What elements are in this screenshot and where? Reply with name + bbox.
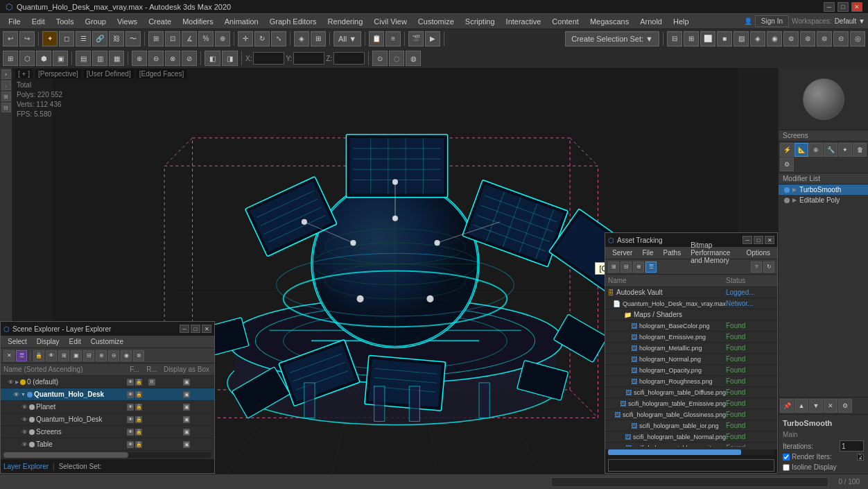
isoline-display-checkbox[interactable] [783, 464, 790, 471]
menu-tools[interactable]: Tools [51, 16, 80, 27]
at-tb-btn2[interactable]: ⊟ [620, 261, 632, 273]
right-tb-btn7[interactable]: ⚙ [780, 157, 794, 171]
unlink-button[interactable]: ⛓ [109, 31, 124, 46]
right-tb-btn1[interactable]: ⚡ [780, 143, 794, 157]
toolbar2-wide2[interactable]: ◨ [222, 51, 238, 66]
toolbar2-btn9[interactable]: ⊖ [148, 51, 164, 66]
mod-tool-delete[interactable]: ✕ [824, 399, 837, 413]
toolbar2-wide1[interactable]: ◧ [205, 51, 220, 66]
se-disp-planet[interactable]: ▣ [183, 404, 190, 411]
select-object-button[interactable]: ✦ [42, 31, 58, 46]
se-vis-table[interactable]: 👁 [127, 441, 134, 448]
minimize-button[interactable]: ─ [824, 2, 835, 12]
at-maximize-button[interactable]: □ [754, 236, 763, 244]
left-sb-btn2[interactable]: - [1, 80, 11, 90]
se-lock-icon[interactable]: 🔒 [135, 379, 142, 386]
se-tb-btn7[interactable]: ⊟ [83, 350, 94, 361]
spinner-snap-button[interactable]: ⊕ [215, 31, 230, 46]
at-menu-paths[interactable]: Paths [659, 248, 686, 257]
percent-snap-button[interactable]: % [198, 31, 214, 46]
se-lock-screens[interactable]: 🔒 [135, 429, 142, 436]
menu-megascans[interactable]: Megascans [584, 16, 634, 27]
menu-graph-editors[interactable]: Graph Editors [264, 16, 322, 27]
menu-views[interactable]: Views [112, 16, 143, 27]
se-menu-customize[interactable]: Customize [87, 337, 128, 346]
toolbar2-btn11[interactable]: ⊘ [182, 51, 197, 66]
mod-tool-pin[interactable]: 📌 [780, 399, 794, 413]
se-r-icon[interactable]: R [148, 379, 155, 386]
at-row-maxfile[interactable]: 📄 Quantum_Holo_Desk_max_vray.max Networ.… [605, 298, 777, 309]
se-lock-planet[interactable]: 🔒 [135, 404, 142, 411]
viewport-label-plus[interactable]: [ + ] [15, 69, 33, 78]
screens-section-title[interactable]: Screens [779, 130, 868, 141]
select-scale-button[interactable]: ⤡ [271, 31, 286, 46]
menu-create[interactable]: Create [143, 16, 177, 27]
consistent-colors-button[interactable]: ▨ [734, 31, 749, 46]
toolbar2-btn13[interactable]: ◌ [389, 51, 404, 66]
right-tb-btn6[interactable]: 🗑 [853, 143, 867, 157]
se-menu-select[interactable]: Select [3, 337, 31, 346]
right-tb-btn2[interactable]: 📐 [795, 143, 808, 157]
left-sb-btn4[interactable]: ⊟ [1, 103, 11, 112]
layer-manager-button[interactable]: 📋 [369, 31, 384, 46]
mod-tool-up[interactable]: ▲ [795, 399, 808, 413]
at-row-scifi-ior[interactable]: 🖼 scifi_hologram_table_ior.png Found [605, 420, 777, 431]
menu-arnold[interactable]: Arnold [634, 16, 668, 27]
menu-animation[interactable]: Animation [219, 16, 264, 27]
se-vis-icon[interactable]: 👁 [127, 379, 134, 386]
at-row-hologram-roughness[interactable]: 🖼 hologram_Roughness.png Found [605, 376, 777, 387]
at-row-scifi-glossiness[interactable]: 🖼 scifi_hologram_table_Glossiness.png Fo… [605, 409, 777, 420]
at-row-scifi-emissive[interactable]: 🖼 scifi_hologram_table_Emissive.png Foun… [605, 398, 777, 409]
at-row-hologram-normal[interactable]: 🖼 hologram_Normal.png Found [605, 354, 777, 365]
coord-x-input[interactable] [253, 52, 284, 65]
bind-to-space-warp-button[interactable]: 〜 [125, 31, 141, 46]
maximize-button[interactable]: □ [837, 2, 849, 12]
se-vis-screens[interactable]: 👁 [127, 429, 134, 436]
se-eye-quantum-obj[interactable]: 👁 [21, 416, 28, 423]
se-vis-icon-q[interactable]: 👁 [127, 391, 134, 398]
toolbar2-btn2[interactable]: ⬡ [19, 51, 35, 66]
coord-z-input[interactable] [333, 52, 365, 65]
se-minimize-button[interactable]: ─ [180, 325, 189, 333]
modifier-turbosmooth[interactable]: ▶ TurboSmooth [779, 185, 868, 195]
toolbar2-btn10[interactable]: ⊗ [165, 51, 180, 66]
iterations-input[interactable] [840, 440, 864, 452]
at-titlebar-controls[interactable]: ─ □ ✕ [743, 236, 774, 244]
at-tb-btn1[interactable]: ⊞ [608, 261, 619, 273]
titlebar-controls[interactable]: ─ □ ✕ [824, 2, 862, 12]
coord-y-input[interactable] [293, 52, 324, 65]
at-menu-server[interactable]: Server [608, 248, 636, 257]
toolbar2-btn4[interactable]: ▣ [53, 51, 68, 66]
all-dropdown[interactable]: All ▼ [333, 31, 361, 46]
scene-explorer-scrollbar[interactable] [3, 452, 211, 458]
misc-button3[interactable]: ⊛ [800, 31, 815, 46]
show-materials-button[interactable]: ◈ [750, 31, 765, 46]
shaded-button[interactable]: ■ [717, 31, 732, 46]
ribbon-button[interactable]: ≡ [385, 31, 401, 46]
se-tb-btn1[interactable]: ✕ [3, 350, 15, 361]
display-toggle-button2[interactable]: ⊞ [684, 31, 699, 46]
menu-civil-view[interactable]: Civil View [368, 16, 412, 27]
se-eye-quantum[interactable]: 👁 [13, 391, 19, 398]
viewport-label-user-defined[interactable]: [User Defined] [84, 69, 134, 78]
at-tb-btn5[interactable]: ? [751, 261, 762, 273]
toolbar2-btn12[interactable]: ⊙ [372, 51, 388, 66]
time-slider[interactable] [551, 477, 828, 487]
se-row-table[interactable]: 👁 Table 👁 🔒 ▣ [1, 438, 214, 451]
at-tb-btn6[interactable]: ↻ [763, 261, 774, 273]
menu-group[interactable]: Group [79, 16, 112, 27]
modifier-editable-poly[interactable]: ▶ Editable Poly [779, 195, 868, 205]
mod-tool-down[interactable]: ▼ [809, 399, 823, 413]
select-and-link-button[interactable]: 🔗 [92, 31, 107, 46]
toolbar2-btn7[interactable]: ▦ [109, 51, 124, 66]
at-row-hologram-metallic[interactable]: 🖼 hologram_Metallic.png Found [605, 343, 777, 354]
toolbar2-btn8[interactable]: ⊕ [132, 51, 147, 66]
se-row-screens[interactable]: 👁 Screens 👁 🔒 ▣ [1, 426, 214, 438]
at-row-scifi-diffuse[interactable]: 🖼 scifi_hologram_table_Diffuse.png Found [605, 387, 777, 398]
select-by-name-button[interactable]: ☰ [76, 31, 91, 46]
toolbar2-btn1[interactable]: ⊞ [3, 51, 18, 66]
mod-tool-configure[interactable]: ⚙ [838, 399, 852, 413]
toolbar2-btn6[interactable]: ▥ [92, 51, 107, 66]
select-rotate-button[interactable]: ↻ [254, 31, 270, 46]
create-selection-set-button[interactable]: Create Selection Set: ▼ [565, 31, 659, 46]
